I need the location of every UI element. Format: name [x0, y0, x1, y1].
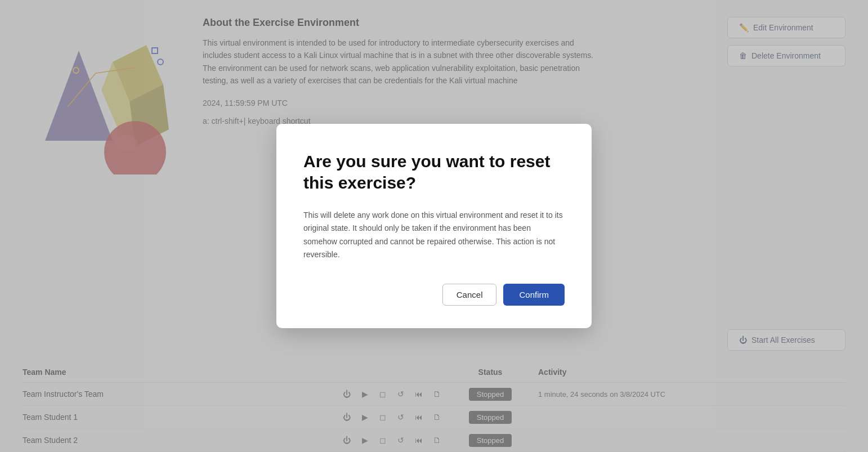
modal-title: Are you sure you want to reset this exer… [303, 151, 565, 193]
modal-overlay: Are you sure you want to reset this exer… [0, 0, 868, 452]
confirm-modal: Are you sure you want to reset this exer… [276, 124, 592, 328]
cancel-button[interactable]: Cancel [442, 284, 497, 306]
modal-body: This will delete any work done on this v… [303, 209, 565, 261]
modal-actions: Cancel Confirm [303, 284, 565, 306]
confirm-button[interactable]: Confirm [503, 284, 565, 306]
